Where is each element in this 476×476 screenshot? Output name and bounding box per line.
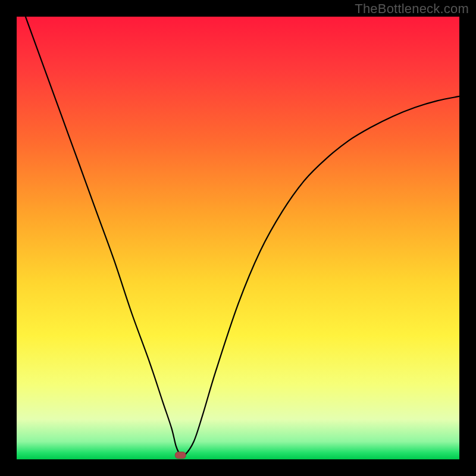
plot-background bbox=[17, 17, 459, 459]
chart-svg bbox=[0, 0, 476, 476]
chart-container: TheBottleneck.com bbox=[0, 0, 476, 476]
watermark-text: TheBottleneck.com bbox=[355, 1, 469, 17]
minimum-marker bbox=[175, 452, 186, 459]
